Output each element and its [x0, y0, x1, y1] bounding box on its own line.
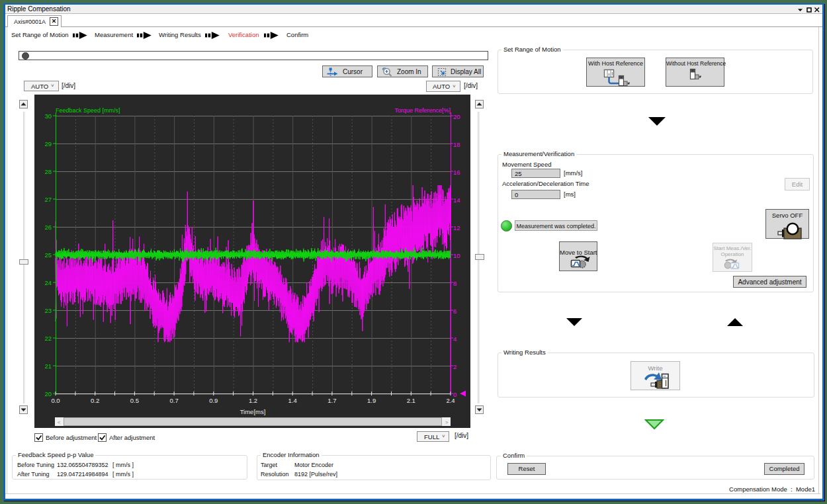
- svg-text:0.2: 0.2: [91, 397, 99, 404]
- svg-text:0.9: 0.9: [209, 397, 218, 404]
- svg-text:0.0: 0.0: [51, 397, 60, 404]
- svg-text:18: 18: [453, 141, 460, 148]
- svg-text:2.4: 2.4: [446, 397, 455, 404]
- svg-text:Feedback Speed [mm/s]: Feedback Speed [mm/s]: [56, 107, 120, 114]
- svg-text:14: 14: [453, 196, 460, 204]
- svg-text:16: 16: [453, 169, 460, 176]
- svg-text:10: 10: [453, 252, 460, 259]
- svg-text:1.9: 1.9: [367, 397, 376, 404]
- svg-text:26: 26: [44, 224, 52, 231]
- svg-text:2: 2: [453, 363, 457, 370]
- svg-text:20: 20: [453, 113, 460, 120]
- svg-text:Time[ms]: Time[ms]: [240, 408, 266, 415]
- svg-text:1.7: 1.7: [327, 397, 336, 404]
- svg-text:12: 12: [453, 224, 460, 231]
- svg-text:>: >: [445, 419, 449, 425]
- svg-text:<: <: [58, 419, 61, 425]
- svg-text:1.4: 1.4: [288, 397, 297, 404]
- svg-text:20: 20: [44, 390, 52, 398]
- svg-text:0.7: 0.7: [169, 397, 178, 404]
- svg-text:24: 24: [44, 279, 52, 286]
- svg-text:22: 22: [44, 335, 52, 342]
- svg-text:30: 30: [44, 112, 52, 120]
- svg-text:29: 29: [44, 140, 52, 147]
- svg-text:0.5: 0.5: [130, 397, 139, 404]
- svg-text:28: 28: [44, 168, 52, 175]
- svg-text:21: 21: [44, 362, 52, 370]
- svg-text:27: 27: [44, 196, 52, 203]
- svg-text:2.1: 2.1: [407, 397, 415, 404]
- svg-text:8: 8: [453, 280, 457, 287]
- svg-text:Torque Reference[%]: Torque Reference[%]: [394, 107, 451, 114]
- svg-text:23: 23: [44, 307, 52, 314]
- svg-text:1.2: 1.2: [249, 397, 257, 404]
- svg-text:25: 25: [44, 251, 52, 259]
- svg-text:4: 4: [453, 335, 457, 343]
- svg-text:6: 6: [453, 308, 457, 315]
